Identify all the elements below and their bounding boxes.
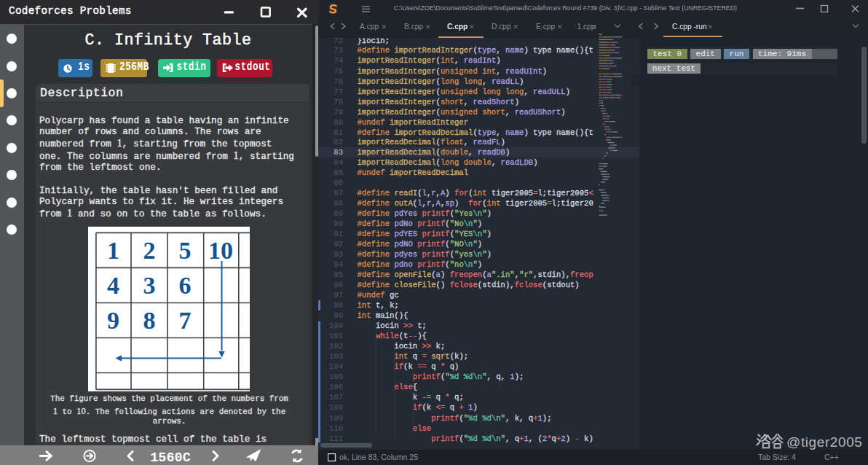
svg-text:2: 2	[143, 237, 155, 264]
svg-text:6: 6	[178, 272, 191, 299]
svg-text:3: 3	[143, 272, 155, 299]
svg-text:5: 5	[178, 237, 191, 264]
svg-text:8: 8	[143, 307, 155, 334]
svg-text:7: 7	[178, 307, 191, 334]
svg-text:4: 4	[107, 272, 119, 299]
svg-text:10: 10	[208, 237, 233, 264]
svg-text:9: 9	[107, 307, 119, 334]
svg-text:1560C: 1560C	[150, 450, 191, 465]
svg-text:1: 1	[107, 237, 119, 264]
